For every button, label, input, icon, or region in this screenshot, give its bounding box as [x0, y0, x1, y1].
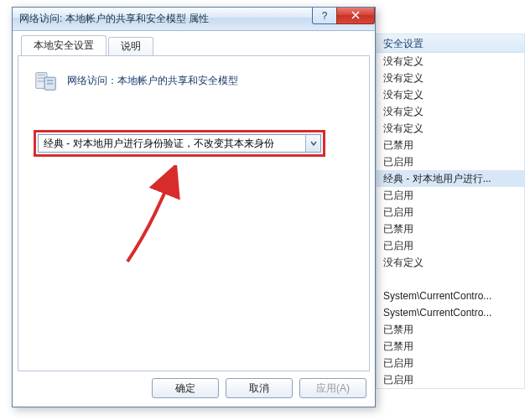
chevron-down-icon	[310, 137, 317, 149]
tab-panel-local-security: 网络访问：本地帐户的共享和安全模型 经典 - 对本地用户进行身份验证，不改变其本…	[18, 56, 370, 371]
bg-list-item[interactable]: 已禁用	[377, 338, 524, 355]
dialog-titlebar[interactable]: 网络访问: 本地帐户的共享和安全模型 属性 ?	[13, 8, 375, 31]
help-button[interactable]: ?	[312, 8, 337, 24]
bg-list-item[interactable]: System\CurrentContro...	[377, 288, 524, 304]
bg-list-item[interactable]: 已启用	[377, 355, 524, 371]
bg-list-item[interactable]: 没有定义	[377, 86, 524, 103]
bg-list-item[interactable]: 已启用	[377, 153, 524, 170]
tab-local-security[interactable]: 本地安全设置	[21, 35, 107, 55]
tab-strip: 本地安全设置 说明	[18, 36, 370, 56]
bg-list-item[interactable]: 已禁用	[377, 321, 524, 338]
tab-explanation[interactable]: 说明	[108, 37, 153, 55]
bg-list-item[interactable]: 没有定义	[377, 70, 524, 86]
bg-list-item[interactable]: 已启用	[377, 187, 524, 204]
bg-list-item[interactable]: 已禁用	[377, 137, 524, 153]
annotation-arrow	[115, 165, 190, 268]
security-model-dropdown[interactable]: 经典 - 对本地用户进行身份验证，不改变其本来身份	[38, 134, 321, 153]
bg-list-item[interactable]: System\CurrentContro...	[377, 304, 524, 321]
bg-list-item[interactable]	[377, 271, 524, 288]
bg-list-item[interactable]: 没有定义	[377, 254, 524, 271]
svg-rect-6	[47, 83, 54, 85]
close-button[interactable]	[336, 8, 375, 24]
bg-list-item[interactable]: 没有定义	[377, 103, 524, 120]
help-icon: ?	[322, 10, 328, 22]
dialog-title: 网络访问: 本地帐户的共享和安全模型 属性	[19, 12, 313, 26]
bg-list-item[interactable]: 没有定义	[377, 120, 524, 137]
bg-list-header: 安全设置	[377, 34, 524, 53]
bg-list-item[interactable]: 已禁用	[377, 220, 524, 237]
svg-rect-5	[47, 80, 54, 81]
bg-list-item[interactable]: 已启用	[377, 237, 524, 254]
bg-list-item[interactable]: 没有定义	[377, 53, 524, 70]
policy-icon	[34, 68, 59, 93]
properties-dialog: 网络访问: 本地帐户的共享和安全模型 属性 ? 本地安全设置 说明	[12, 7, 376, 407]
dialog-button-row: 确定 取消 应用(A)	[13, 375, 375, 402]
cancel-button[interactable]: 取消	[226, 378, 293, 398]
ok-button[interactable]: 确定	[152, 378, 219, 398]
svg-rect-1	[38, 75, 45, 76]
bg-list-item[interactable]: 已启用	[377, 371, 524, 388]
bg-list-item[interactable]: 已启用	[377, 204, 524, 220]
policy-title: 网络访问：本地帐户的共享和安全模型	[67, 74, 238, 88]
background-security-list: 安全设置 没有定义没有定义没有定义没有定义没有定义已禁用已启用经典 - 对本地用…	[376, 34, 525, 389]
dropdown-selected-value: 经典 - 对本地用户进行身份验证，不改变其本来身份	[39, 135, 305, 152]
dropdown-toggle[interactable]	[305, 135, 320, 152]
bg-list-item[interactable]: 经典 - 对本地用户进行...	[377, 170, 524, 187]
close-icon	[351, 10, 360, 22]
dropdown-highlight-box: 经典 - 对本地用户进行身份验证，不改变其本来身份	[34, 130, 325, 157]
apply-button[interactable]: 应用(A)	[299, 378, 366, 398]
